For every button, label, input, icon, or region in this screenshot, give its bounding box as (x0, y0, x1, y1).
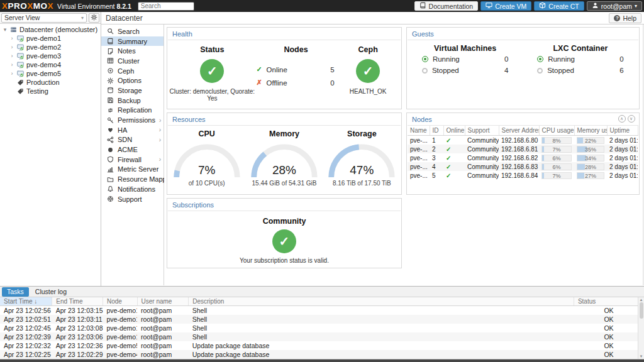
menu-item-label: Ceph (118, 67, 134, 75)
menu-item-cluster[interactable]: Cluster (101, 56, 164, 66)
menu-item-notifications[interactable]: Notifications (101, 184, 164, 194)
resource-tree-panel: Server View ▾ ▾Datacenter (democluster)›… (0, 12, 101, 286)
node-icon (17, 62, 24, 69)
menu-item-label: Options (118, 77, 142, 84)
menu-item-label: Support (118, 195, 142, 203)
scrollbar-thumb[interactable] (640, 302, 643, 319)
scroll-down-icon[interactable]: ▼ (640, 354, 643, 358)
running-icon (422, 56, 428, 62)
tasks-scrollbar[interactable]: ▲ ▼ (638, 297, 644, 359)
monitor-icon (486, 2, 492, 10)
menu-item-options[interactable]: Options (101, 75, 164, 85)
column-header-status[interactable]: Status (574, 297, 643, 306)
submenu-arrow-icon: › (159, 126, 161, 133)
submenu-arrow-icon: › (159, 156, 161, 163)
task-row[interactable]: Apr 23 12:02:51Apr 23 12:03:11pve-demo1r… (0, 315, 644, 324)
user-menu-button[interactable]: root@pam ▾ (587, 1, 642, 11)
cross-icon: ✗ (257, 79, 267, 87)
column-header[interactable]: ID (430, 126, 443, 136)
tree-settings-button[interactable] (89, 13, 99, 23)
menu-item-backup[interactable]: Backup (101, 96, 164, 106)
node-row[interactable]: pve-... 3 ✓ Community 192.168.6.82 6% 34… (408, 153, 638, 162)
column-header[interactable]: Online (443, 126, 465, 136)
column-header-user-name[interactable]: User name (137, 297, 189, 306)
tree-item[interactable]: Production (0, 78, 101, 87)
tree-item[interactable]: ▾Datacenter (democluster) (0, 25, 101, 34)
node-row[interactable]: pve-... 2 ✓ Community 192.168.6.81 7% 35… (408, 145, 638, 153)
menu-item-replication[interactable]: Replication (101, 106, 164, 116)
gauge-percent: 7% (172, 163, 242, 177)
column-header[interactable]: Uptime (607, 126, 638, 136)
column-header[interactable]: Name (408, 126, 430, 136)
node-row[interactable]: pve-... 1 ✓ Community 192.168.6.80 8% 22… (408, 136, 638, 145)
menu-item-acme[interactable]: ACME (101, 145, 164, 155)
help-button[interactable]: ? Help (609, 13, 641, 23)
menu-item-label: Storage (118, 87, 142, 94)
menu-item-notes[interactable]: Notes (101, 46, 164, 56)
menu-item-summary[interactable]: Summary (101, 36, 164, 47)
tree-item[interactable]: ›pve-demo1 (0, 34, 101, 43)
task-row[interactable]: Apr 23 12:02:32Apr 23 12:02:36pve-demo5r… (0, 341, 644, 350)
tree-item[interactable]: ›pve-demo5 (0, 69, 101, 78)
column-header-node[interactable]: Node (103, 297, 138, 306)
collapse-down-icon[interactable]: ∨ (628, 115, 635, 123)
chevron-right-icon: › (9, 70, 14, 77)
column-header-end-time[interactable]: End Time (52, 297, 103, 306)
online-check-icon: ✓ (446, 172, 451, 179)
menu-item-sdn[interactable]: SDN› (101, 135, 164, 145)
online-check-icon: ✓ (446, 163, 451, 170)
column-header[interactable]: CPU usage (539, 126, 574, 136)
collapse-up-icon[interactable]: ∧ (618, 115, 626, 123)
column-header-start-time[interactable]: Start Time ↓ (0, 297, 52, 306)
search-input[interactable] (138, 2, 194, 11)
menu-item-resource-mappings[interactable]: Resource Mappings (101, 174, 164, 184)
cpu-usage-bar: 7% (541, 172, 572, 179)
menu-item-support[interactable]: Support (101, 194, 164, 204)
task-row[interactable]: Apr 23 12:02:25Apr 23 12:02:29pve-demo4r… (0, 350, 644, 359)
health-status-heading: Status (168, 45, 257, 54)
online-check-icon: ✓ (446, 137, 451, 144)
menu-item-metric-server[interactable]: Metric Server (101, 165, 164, 175)
task-row[interactable]: Apr 23 12:02:45Apr 23 12:03:08pve-demo1r… (0, 324, 644, 332)
bell-icon (107, 185, 114, 192)
tree-item[interactable]: Testing (0, 87, 101, 96)
health-ceph-heading: Ceph (335, 45, 401, 54)
tree-item-label: pve-demo2 (26, 43, 61, 51)
documentation-button[interactable]: Documentation (414, 1, 479, 11)
column-header[interactable]: Support (465, 126, 499, 136)
server-tree: ▾Datacenter (democluster)›pve-demo1›pve-… (0, 24, 101, 96)
nodes-table: NameIDOnlineSupportServer AddressCPU usa… (408, 126, 638, 180)
menu-item-firewall[interactable]: Firewall› (101, 155, 164, 165)
menu-item-permissions[interactable]: Permissions› (101, 115, 164, 125)
tree-item[interactable]: ›pve-demo2 (0, 43, 101, 52)
health-panel: Health Status ✓ Cluster: democluster, Qu… (167, 27, 402, 109)
scroll-up-icon[interactable]: ▲ (640, 298, 643, 302)
menu-item-ha[interactable]: HA› (101, 125, 164, 135)
window-edge (0, 359, 644, 362)
node-row[interactable]: pve-... 4 ✓ Community 192.168.6.83 6% 28… (408, 162, 638, 171)
node-icon (17, 35, 24, 42)
view-mode-select[interactable]: Server View ▾ (1, 13, 87, 23)
column-header[interactable]: Memory usage (574, 126, 607, 136)
tree-item[interactable]: ›pve-demo4 (0, 60, 101, 69)
gauge-caption: 15.44 GiB of 54.31 GiB (245, 180, 323, 187)
node-row[interactable]: pve-... 5 ✓ Community 192.168.6.84 7% 27… (408, 171, 638, 180)
tab-cluster-log[interactable]: Cluster log (30, 287, 72, 297)
create-ct-button[interactable]: Create CT (534, 1, 584, 11)
menu-item-label: Firewall (118, 156, 142, 163)
column-header[interactable]: Server Address (499, 126, 539, 136)
memory-usage-bar: 22% (577, 137, 604, 144)
create-vm-button[interactable]: Create VM (480, 1, 531, 11)
column-header-description[interactable]: Description (189, 297, 574, 306)
task-row[interactable]: Apr 23 12:02:56Apr 23 12:03:15pve-demo1r… (0, 306, 644, 315)
replication-icon (107, 107, 114, 114)
gauge-percent: 47% (326, 163, 397, 177)
menu-item-storage[interactable]: Storage (101, 85, 164, 96)
tab-tasks[interactable]: Tasks (2, 287, 29, 297)
nodes-offline-row: ✗ Offline 0 (257, 76, 337, 89)
task-row[interactable]: Apr 23 12:02:39Apr 23 12:03:06pve-demo1r… (0, 332, 644, 341)
menu-item-search[interactable]: Search (101, 26, 164, 36)
menu-item-ceph[interactable]: Ceph (101, 66, 164, 76)
tree-item[interactable]: ›pve-demo3 (0, 52, 101, 60)
subscriptions-panel: Subscriptions Community ✓ Your subscript… (167, 198, 402, 268)
